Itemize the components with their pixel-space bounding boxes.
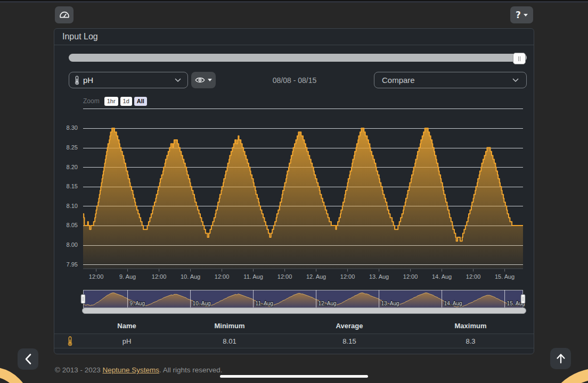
x-axis-label: 10. Aug	[181, 273, 200, 280]
header-minimum: Minimum	[168, 322, 291, 330]
x-axis-label: 13. Aug	[369, 273, 389, 280]
rights-text: . All rights reserved.	[159, 366, 223, 374]
y-axis-label: 8.10	[67, 203, 78, 209]
panel-header: Input Log	[54, 29, 534, 45]
back-button[interactable]	[18, 348, 38, 370]
x-axis-label: 14. Aug	[432, 273, 452, 280]
probe-select[interactable]: pH	[69, 72, 188, 88]
summary-table: Name Minimum Average Maximum pH 8.01 8.1…	[54, 318, 534, 348]
summary-table-row[interactable]: pH 8.01 8.15 8.3	[54, 334, 534, 348]
header-average: Average	[291, 322, 407, 330]
header-name: Name	[86, 322, 168, 330]
visibility-dropdown-button[interactable]	[191, 72, 216, 88]
row-name: pH	[86, 337, 168, 345]
row-icon-cell	[54, 336, 86, 346]
ph-chart[interactable]: 7.958.008.058.108.158.208.258.3012:009. …	[55, 94, 534, 317]
chevron-down-icon	[175, 78, 181, 82]
x-axis-label: 12:00	[340, 273, 355, 280]
grip-line	[518, 56, 519, 61]
navigator-day-label: 10. Aug	[193, 301, 211, 306]
dashboard-button[interactable]	[55, 6, 74, 23]
panel-title: Input Log	[62, 32, 98, 41]
compare-select-value: Compare	[382, 76, 415, 85]
y-axis-label: 8.05	[67, 222, 78, 228]
summary-table-header: Name Minimum Average Maximum	[54, 318, 534, 334]
x-axis-label: 12. Aug	[306, 273, 326, 280]
x-axis-label: 12:00	[277, 273, 292, 280]
input-log-panel: Input Log pH 08/08 - 08/15	[54, 28, 534, 354]
y-axis-label: 8.20	[67, 164, 78, 170]
timeline-scrollbar-handle[interactable]	[513, 53, 526, 64]
navigator-day-label: 11. Aug	[256, 301, 273, 306]
x-axis-label: 15. Aug	[495, 273, 514, 280]
x-axis-label: 12:00	[152, 273, 167, 280]
x-axis-label: 9. Aug	[119, 273, 136, 280]
eye-icon	[195, 77, 205, 84]
y-axis-label: 7.95	[67, 261, 78, 268]
decorative-ring-right	[543, 368, 588, 383]
grip-line	[520, 56, 520, 61]
copyright-text: © 2013 - 2023	[55, 366, 103, 374]
app-root: ? Input Log pH	[0, 0, 588, 383]
navigator-day-label: 9. Aug	[130, 301, 145, 306]
x-axis-label: 12:00	[403, 273, 418, 280]
x-axis-label: 12:00	[89, 273, 104, 280]
x-axis-label: 11. Aug	[243, 273, 263, 280]
y-axis-label: 8.15	[67, 183, 78, 189]
row-average: 8.15	[291, 337, 407, 345]
row-minimum: 8.01	[168, 337, 291, 345]
thermometer-icon	[74, 76, 80, 85]
compare-select[interactable]: Compare	[374, 72, 527, 88]
caret-down-icon	[524, 14, 528, 16]
timeline-scrollbar-track[interactable]	[69, 54, 527, 62]
footer-copyright: © 2013 - 2023 Neptune Systems. All right…	[55, 366, 223, 374]
chevron-down-icon	[512, 78, 519, 82]
y-axis-label: 8.25	[67, 144, 78, 151]
navigator-day-label: 13. Aug	[381, 301, 399, 306]
probe-select-value: pH	[83, 76, 93, 85]
x-axis-label: 12:00	[215, 273, 230, 280]
header-maximum: Maximum	[407, 322, 534, 330]
chart-scrollbar-track	[82, 307, 526, 314]
question-icon: ?	[516, 10, 521, 20]
x-axis-label: 12:00	[466, 273, 481, 280]
help-button[interactable]: ?	[510, 6, 533, 23]
y-axis-label: 8.00	[67, 242, 78, 248]
row-maximum: 8.3	[407, 337, 534, 345]
navigator-day-label: 12. Aug	[318, 301, 337, 306]
home-indicator-bar	[220, 375, 368, 378]
caret-down-icon	[208, 79, 212, 81]
y-axis-label: 8.30	[67, 124, 78, 131]
chart-scrollbar-thumb[interactable]	[82, 307, 526, 314]
top-edge-strip-2	[0, 1, 588, 3]
neptune-systems-link[interactable]: Neptune Systems	[103, 366, 160, 374]
thermometer-icon	[67, 336, 73, 346]
chevron-left-icon	[24, 353, 32, 365]
arrow-up-icon	[556, 353, 566, 364]
scroll-to-top-button[interactable]	[550, 348, 571, 369]
gauge-icon	[59, 10, 70, 20]
navigator-day-label: 14. Aug	[444, 301, 462, 306]
ph-series-area	[83, 128, 523, 269]
